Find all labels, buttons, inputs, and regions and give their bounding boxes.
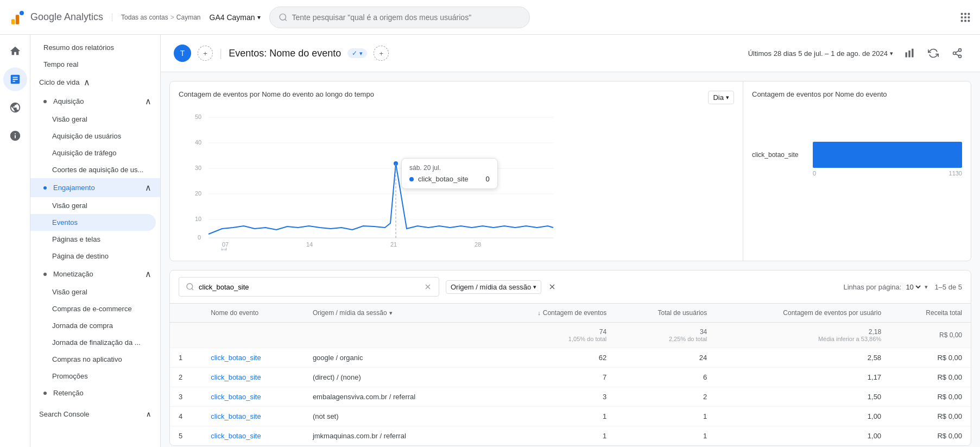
jornada-finalizacao-label: Jornada de finalização da ... — [52, 338, 141, 347]
date-range-text: Últimos 28 dias 5 de jul. – 1 de ago. de… — [748, 49, 888, 58]
sidebar-section-ciclo-vida[interactable]: Ciclo de vida ∧ — [30, 73, 160, 92]
svg-rect-15 — [908, 51, 910, 58]
sidebar-section-monetizacao[interactable]: Monetização ∧ — [30, 265, 160, 284]
sidebar-item-compras-aplicativo[interactable]: Compras no aplicativo — [30, 351, 156, 368]
rows-per-page-select[interactable]: 10 25 50 — [903, 282, 922, 292]
col-origem: Origem / mídia da sessão ▾ — [304, 304, 485, 323]
sidebar-item-resumo[interactable]: Resumo dos relatórios — [30, 39, 156, 56]
filter-chip[interactable]: ✓ ▾ — [347, 48, 367, 58]
engajamento-chevron-icon: ∧ — [145, 182, 151, 193]
row5-nome: click_botao_site — [202, 426, 304, 446]
sidebar-item-eventos[interactable]: Eventos — [30, 214, 156, 231]
search-console-header[interactable]: Search Console ∧ — [30, 406, 160, 423]
aquisicao-chevron-icon: ∧ — [145, 96, 151, 106]
sidebar-item-pagina-destino[interactable]: Página de destino — [30, 248, 156, 265]
row4-por-usuario: 1,00 — [716, 407, 890, 426]
summary-contagem: 74 1,05% do total — [485, 323, 616, 348]
resumo-label: Resumo dos relatórios — [43, 43, 114, 52]
add-comparison-button[interactable]: + — [198, 46, 213, 61]
sidebar-item-jornada-finalizacao[interactable]: Jornada de finalização da ... — [30, 334, 156, 351]
nav-advertising-icon[interactable] — [3, 124, 27, 148]
row2-event-link[interactable]: click_botao_site — [211, 373, 261, 381]
day-select-label: Dia — [713, 93, 724, 102]
row4-event-link[interactable]: click_botao_site — [211, 412, 261, 420]
row5-event-link[interactable]: click_botao_site — [211, 432, 261, 440]
sidebar-item-retencao[interactable]: Retenção — [30, 385, 160, 401]
search-console-title: Search Console — [39, 410, 90, 418]
row3-contagem: 3 — [485, 387, 616, 407]
nav-home-icon[interactable] — [3, 39, 27, 63]
chart-type-button[interactable] — [900, 43, 919, 63]
sidebar-item-jornada-compra[interactable]: Jornada de compra — [30, 317, 156, 334]
top-right-actions — [959, 11, 971, 23]
sidebar-item-visao-geral-mon[interactable]: Visão geral — [30, 284, 156, 300]
row3-usuarios: 2 — [615, 387, 716, 407]
logo-text: Google Analytics — [30, 11, 103, 23]
sidebar-item-tempo-real[interactable]: Tempo real — [30, 56, 156, 73]
bar-x-axis: 0 1130 — [752, 170, 962, 177]
all-accounts-label: Todas as contas — [121, 14, 168, 21]
date-range-selector[interactable]: Últimos 28 dias 5 de jul. – 1 de ago. de… — [748, 49, 893, 58]
row1-event-link[interactable]: click_botao_site — [211, 354, 261, 362]
property-selector[interactable]: GA4 Cayman ▾ — [210, 13, 261, 22]
row3-event-link[interactable]: click_botao_site — [211, 393, 261, 401]
aquisicao-label: Aquisição — [53, 97, 84, 105]
add-filter-button[interactable]: + — [374, 46, 389, 61]
chart-controls: Contagem de eventos por Nome do evento a… — [179, 90, 734, 105]
header-actions — [900, 43, 967, 63]
table-area: Origem / mídia da sessão ▾ Linhas por pá… — [169, 270, 971, 446]
day-select-dropdown[interactable]: Dia ▾ — [708, 91, 734, 104]
session-filter-remove-icon[interactable] — [548, 282, 557, 291]
sidebar-item-aquisicao-trafego[interactable]: Aquisição de tráfego — [30, 144, 156, 161]
engajamento-label: Engajamento — [53, 184, 95, 192]
svg-point-3 — [280, 14, 286, 20]
table-search-bar[interactable] — [179, 277, 439, 297]
sidebar-item-promocoes[interactable]: Promoções — [30, 368, 156, 385]
global-search-input[interactable] — [292, 13, 521, 22]
sidebar-section-aquisicao[interactable]: Aquisição ∧ — [30, 92, 160, 111]
table-search-input[interactable] — [199, 283, 419, 291]
nav-reports-icon[interactable] — [3, 67, 27, 91]
nav-explore-icon[interactable] — [3, 96, 27, 119]
global-search-bar[interactable] — [269, 7, 530, 28]
share-button[interactable] — [947, 43, 967, 63]
row4-contagem: 1 — [485, 407, 616, 426]
sidebar-item-coortes[interactable]: Coortes de aquisição de us... — [30, 161, 156, 178]
filter-chip-dropdown-icon: ▾ — [359, 50, 363, 57]
sidebar-item-compras-ecommerce[interactable]: Compras de e-commerce — [30, 300, 156, 317]
row4-receita: R$ 0,00 — [890, 407, 971, 426]
monetizacao-label: Monetização — [53, 270, 93, 278]
col-contagem: ↓ Contagem de eventos — [485, 304, 616, 323]
sidebar-item-paginas-telas[interactable]: Páginas e telas — [30, 231, 156, 248]
col-por-usuario: Contagem de eventos por usuário — [716, 304, 890, 323]
col-usuarios: Total de usuários — [615, 304, 716, 323]
day-select-icon: ▾ — [726, 94, 729, 101]
session-filter-dropdown[interactable]: Origem / mídia da sessão ▾ — [446, 280, 541, 294]
pagination-info: 1–5 de 5 — [934, 283, 962, 291]
row4-usuarios: 1 — [615, 407, 716, 426]
apps-icon[interactable] — [959, 11, 971, 23]
breadcrumb: Todas as contas > Cayman — [112, 14, 200, 21]
line-chart-title: Contagem de eventos por Nome do evento a… — [179, 90, 374, 98]
sidebar-item-visao-geral-aq[interactable]: Visão geral — [30, 111, 156, 128]
ga-logo-icon — [9, 9, 26, 26]
svg-text:30: 30 — [195, 165, 201, 171]
row3-num: 3 — [170, 387, 202, 407]
row5-receita: R$ 0,00 — [890, 426, 971, 446]
section-dot-aquisicao — [43, 100, 47, 103]
row5-num: 5 — [170, 426, 202, 446]
sidebar-section-engajamento[interactable]: Engajamento ∧ — [30, 178, 160, 197]
left-nav — [0, 35, 30, 447]
bar-chart-title: Contagem de eventos por Nome do evento — [752, 90, 887, 98]
row3-receita: R$ 0,00 — [890, 387, 971, 407]
search-console-chevron-icon: ∧ — [146, 410, 151, 418]
row5-usuarios: 1 — [615, 426, 716, 446]
table-search-clear-icon[interactable] — [423, 282, 432, 291]
row5-por-usuario: 1,00 — [716, 426, 890, 446]
refresh-button[interactable] — [924, 43, 943, 63]
sidebar-item-aquisicao-usuarios[interactable]: Aquisição de usuários — [30, 128, 156, 144]
section-dot-retencao — [43, 392, 47, 395]
sidebar-item-visao-geral-eng[interactable]: Visão geral — [30, 197, 156, 214]
row1-por-usuario: 2,58 — [716, 348, 890, 368]
svg-rect-12 — [964, 20, 966, 22]
